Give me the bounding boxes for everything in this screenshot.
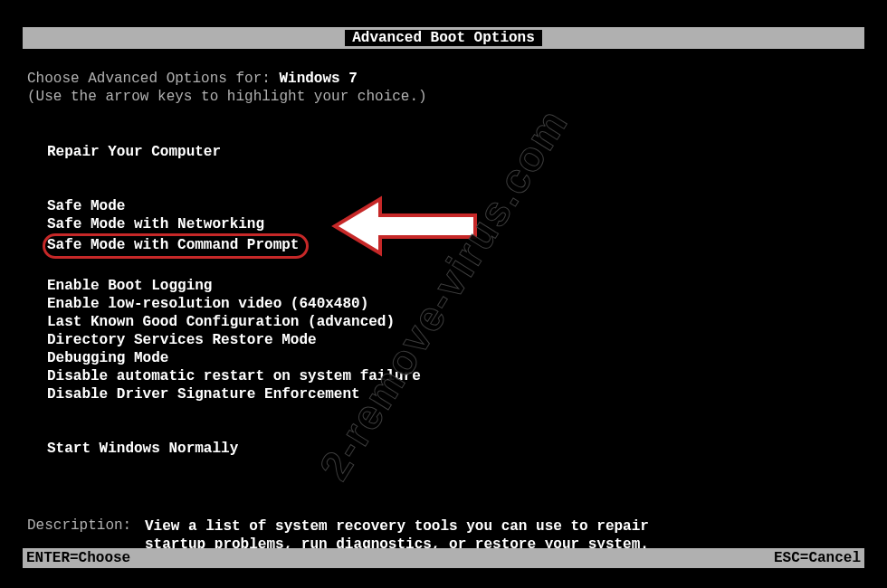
menu-item-bootlog[interactable]: Enable Boot Logging (47, 277, 860, 295)
navigation-hint: (Use the arrow keys to highlight your ch… (27, 89, 860, 105)
menu-item-nosigenforce[interactable]: Disable Driver Signature Enforcement (47, 385, 860, 403)
title-bar: Advanced Boot Options (23, 27, 864, 49)
menu-item-repair[interactable]: Repair Your Computer (47, 143, 860, 161)
options-header: Choose Advanced Options for: Windows 7 (27, 71, 860, 87)
highlighted-option: Safe Mode with Command Prompt (43, 233, 309, 259)
menu-item-debug[interactable]: Debugging Mode (47, 349, 860, 367)
boot-menu[interactable]: Repair Your Computer Safe Mode Safe Mode… (47, 143, 860, 458)
footer-enter: ENTER=Choose (26, 550, 130, 566)
footer-esc: ESC=Cancel (774, 550, 861, 566)
menu-item-safemode-cmd[interactable]: Safe Mode with Command Prompt (47, 233, 860, 259)
menu-item-safemode[interactable]: Safe Mode (47, 197, 860, 215)
page-title: Advanced Boot Options (345, 30, 542, 46)
menu-item-noautorestart[interactable]: Disable automatic restart on system fail… (47, 367, 860, 385)
menu-item-normal[interactable]: Start Windows Normally (47, 440, 860, 458)
os-name: Windows 7 (279, 71, 357, 87)
footer-bar: ENTER=Choose ESC=Cancel (23, 548, 864, 568)
menu-item-dsrestore[interactable]: Directory Services Restore Mode (47, 331, 860, 349)
menu-item-lastknown[interactable]: Last Known Good Configuration (advanced) (47, 313, 860, 331)
menu-item-lowres[interactable]: Enable low-resolution video (640x480) (47, 295, 860, 313)
menu-item-safemode-net[interactable]: Safe Mode with Networking (47, 215, 860, 233)
options-prefix: Choose Advanced Options for: (27, 71, 279, 87)
content-area: Choose Advanced Options for: Windows 7 (… (27, 71, 860, 554)
